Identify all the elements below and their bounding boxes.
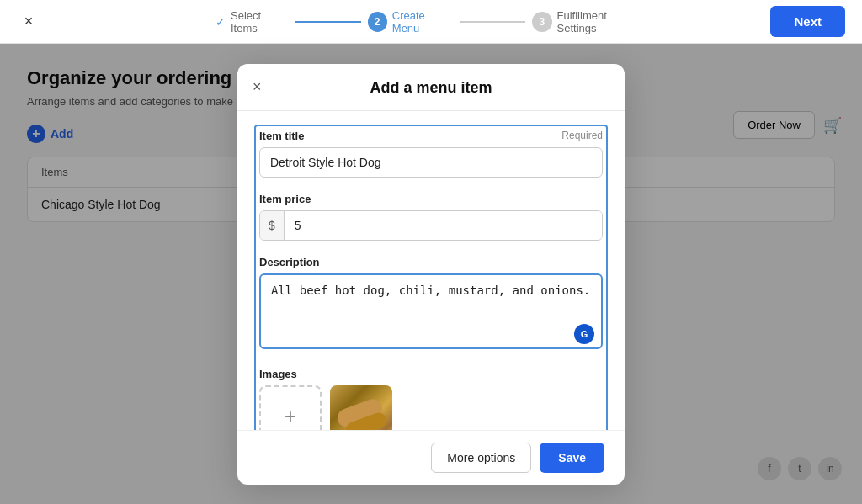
item-title-required: Required (561, 130, 603, 141)
add-image-icon: + (285, 405, 296, 428)
next-button[interactable]: Next (770, 6, 845, 37)
main-content: Organize your ordering page Arrange item… (0, 44, 862, 504)
description-label-row: Description (259, 256, 603, 268)
item-title-field: Item title Required (259, 130, 603, 178)
item-title-input[interactable] (259, 147, 603, 178)
item-price-label-row: Item price (259, 193, 603, 205)
description-wrap: All beef hot dog, chili, mustard, and on… (259, 273, 603, 353)
step-line-2 (460, 21, 526, 23)
step-2-circle: 2 (368, 12, 387, 32)
item-price-label: Item price (259, 193, 311, 205)
modal-body: Item title Required Item price $ (237, 111, 625, 430)
grammarly-icon: G (574, 324, 594, 344)
description-input[interactable]: All beef hot dog, chili, mustard, and on… (259, 273, 603, 349)
images-row: + (259, 385, 603, 430)
image-thumbnail (330, 385, 392, 430)
modal-overlay: × Add a menu item Item title Required (0, 44, 862, 504)
description-label: Description (259, 256, 320, 268)
item-price-input[interactable] (285, 211, 602, 240)
save-button[interactable]: Save (540, 443, 604, 473)
currency-symbol: $ (260, 211, 285, 240)
step-fulfillment: 3 Fulfillment Settings (532, 9, 646, 34)
step-2-label: Create Menu (392, 9, 454, 34)
more-options-button[interactable]: More options (431, 443, 531, 473)
step-create-menu: 2 Create Menu (368, 9, 454, 34)
modal: × Add a menu item Item title Required (237, 64, 625, 485)
item-title-label-row: Item title Required (259, 130, 603, 142)
modal-close-button[interactable]: × (253, 78, 262, 96)
step-line-1 (295, 21, 361, 23)
step-select-items: ✓ Select Items (216, 9, 289, 34)
close-button[interactable]: × (17, 10, 40, 34)
images-label: Images (259, 368, 297, 380)
price-input-wrap: $ (259, 210, 603, 241)
hotdog-image (330, 385, 392, 430)
item-price-field: Item price $ (259, 193, 603, 241)
check-icon: ✓ (216, 15, 226, 29)
item-title-label: Item title (259, 130, 304, 142)
modal-title: Add a menu item (370, 79, 492, 97)
step-1-label: Select Items (231, 9, 289, 34)
step-3-circle: 3 (532, 12, 551, 32)
images-label-row: Images (259, 368, 603, 380)
modal-footer: More options Save (237, 430, 625, 485)
description-field: Description All beef hot dog, chili, mus… (259, 256, 603, 353)
step-3-label: Fulfillment Settings (557, 9, 646, 34)
top-nav: × ✓ Select Items 2 Create Menu 3 Fulfill… (0, 0, 862, 44)
modal-body-inner: Item title Required Item price $ (254, 125, 608, 430)
image-upload-box[interactable]: + (259, 385, 322, 430)
stepper: ✓ Select Items 2 Create Menu 3 Fulfillme… (216, 9, 646, 34)
images-field: Images + (259, 368, 603, 430)
modal-header: × Add a menu item (237, 64, 625, 111)
